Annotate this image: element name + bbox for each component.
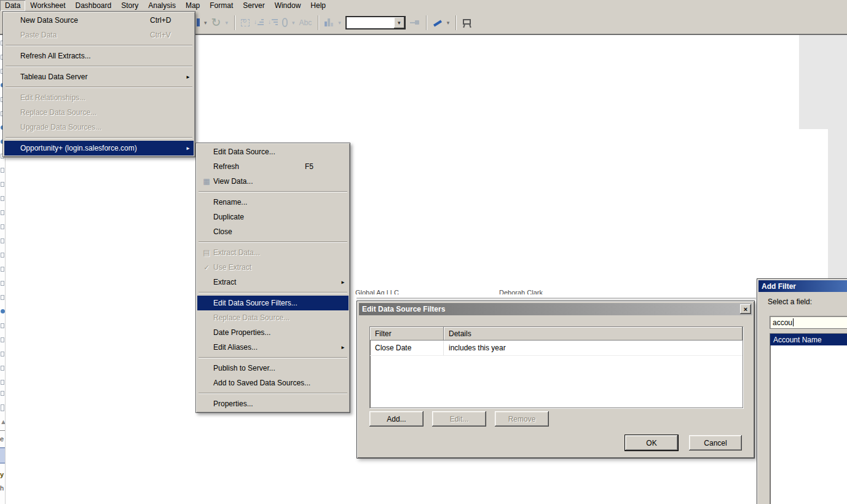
menu-window[interactable]: Window: [270, 0, 306, 11]
menu-item-replace-data-source-sub: Replace Data Source...: [197, 310, 349, 325]
menu-item-tableau-data-server[interactable]: Tableau Data Server: [4, 69, 194, 84]
paperclip-dropdown-icon[interactable]: ▾: [292, 20, 295, 26]
menu-item-view-data[interactable]: ▦ View Data...: [197, 174, 349, 189]
menu-item-replace-data-source: Replace Data Source...: [4, 105, 194, 120]
text-cursor: [793, 318, 794, 326]
chart-type-dropdown-icon[interactable]: ▾: [338, 20, 341, 26]
menu-story[interactable]: Story: [116, 0, 143, 11]
field-icon: [1, 323, 4, 328]
menu-item-duplicate[interactable]: Duplicate: [197, 210, 349, 224]
submenu-arrow-icon: [183, 146, 191, 151]
menu-server[interactable]: Server: [238, 0, 269, 11]
field-icon: [1, 295, 4, 300]
menu-help[interactable]: Help: [305, 0, 331, 11]
menu-item-upgrade-data-sources: Upgrade Data Sources...: [4, 120, 194, 135]
menu-item-use-extract: ✓ Use Extract: [197, 260, 349, 275]
menu-item-new-data-source[interactable]: New Data Source Ctrl+D: [4, 13, 194, 28]
field-icon: [1, 168, 4, 173]
menu-item-extract[interactable]: Extract: [197, 275, 349, 289]
background-gray-region: [799, 35, 847, 129]
combobox-dropdown-icon[interactable]: ▾: [394, 17, 404, 28]
menu-item-rename[interactable]: Rename...: [197, 195, 349, 210]
checkmark-icon: ✓: [200, 264, 213, 272]
menu-item-properties[interactable]: Properties...: [197, 396, 349, 411]
list-item-account-name[interactable]: Account Name: [770, 334, 847, 345]
menu-analysis[interactable]: Analysis: [143, 0, 181, 11]
edit-data-source-filters-dialog: Edit Data Source Filters × Filter Detail…: [357, 301, 755, 459]
clipped-letter: e: [0, 435, 4, 443]
clipped-glyph: ▲: [0, 418, 6, 425]
ok-button[interactable]: OK: [625, 435, 678, 451]
background-gray-strip: [828, 129, 847, 278]
dialog-title: Add Filter: [762, 282, 796, 291]
field-icon: [1, 404, 4, 411]
menu-item-opportunity-datasource[interactable]: Opportunity+ (login.salesforce.com): [4, 141, 194, 156]
menu-separator: [6, 45, 192, 45]
field-icon: [1, 210, 4, 215]
menu-item-refresh[interactable]: Refresh F5: [197, 159, 349, 174]
sort-descending-icon[interactable]: ↓: [268, 18, 278, 26]
dialog-titlebar[interactable]: Add Filter: [758, 280, 847, 292]
field-icon: [1, 253, 4, 258]
menu-item-refresh-all-extracts[interactable]: Refresh All Extracts...: [4, 49, 194, 63]
application-window: Global Aq LLC Deborah Clark ▲ e: [0, 0, 847, 504]
menu-worksheet[interactable]: Worksheet: [25, 0, 70, 11]
menu-bar: Data Worksheet Dashboard Story Analysis …: [0, 0, 847, 11]
menu-item-edit-aliases[interactable]: Edit Aliases...: [197, 340, 349, 355]
sort-ascending-icon[interactable]: ↓: [254, 18, 264, 26]
divider-fragment: [0, 430, 5, 431]
menu-item-add-to-saved-data-sources[interactable]: Add to Saved Data Sources...: [197, 376, 349, 390]
geo-field-icon: [1, 309, 5, 313]
show-labels-abc-icon[interactable]: Abc: [299, 18, 312, 27]
extract-data-icon: ▤: [200, 248, 213, 257]
column-header-filter[interactable]: Filter: [370, 327, 444, 341]
menu-data[interactable]: Data: [0, 0, 25, 11]
menu-item-date-properties[interactable]: Date Properties...: [197, 325, 349, 340]
field-search-input[interactable]: accou: [770, 316, 847, 329]
menu-separator: [199, 393, 347, 393]
table-row[interactable]: Close Date includes this year: [370, 341, 743, 356]
selected-field-fragment: [0, 447, 6, 463]
filters-table-header: Filter Details: [370, 327, 743, 341]
toolbar-separator: [426, 15, 427, 30]
toolbar-separator: [455, 15, 456, 30]
field-icon: [1, 224, 4, 229]
menu-item-extract-data: ▤ Extract Data...: [197, 245, 349, 260]
menu-item-close[interactable]: Close: [197, 224, 349, 239]
field-results-list[interactable]: Account Name: [770, 333, 847, 504]
toolbar-separator: [234, 15, 235, 30]
cancel-button[interactable]: Cancel: [689, 435, 742, 451]
dialog-titlebar[interactable]: Edit Data Source Filters ×: [359, 303, 752, 315]
menu-format[interactable]: Format: [205, 0, 238, 11]
update-filters-icon[interactable]: [241, 19, 250, 26]
fit-selector-combobox[interactable]: ▾: [345, 16, 406, 30]
highlight-pen-icon[interactable]: [433, 18, 443, 27]
menu-dashboard[interactable]: Dashboard: [71, 0, 117, 11]
field-icon: [1, 196, 4, 201]
menu-separator: [199, 191, 347, 192]
add-button[interactable]: Add...: [369, 411, 424, 427]
close-icon[interactable]: ×: [740, 304, 751, 314]
column-header-details[interactable]: Details: [444, 327, 743, 341]
menu-map[interactable]: Map: [181, 0, 205, 11]
highlight-dropdown-icon[interactable]: ▾: [447, 20, 450, 26]
field-icon: [1, 281, 4, 286]
menu-separator: [199, 242, 347, 242]
clipped-account-text: Global Aq LLC: [355, 289, 399, 294]
chevron-down-icon[interactable]: ▾: [204, 20, 207, 26]
menu-separator: [6, 66, 192, 66]
chart-type-icon[interactable]: [325, 18, 334, 26]
paperclip-icon[interactable]: [282, 18, 288, 27]
clipped-owner-text: Deborah Clark: [499, 289, 543, 294]
menu-separator: [199, 292, 347, 293]
menu-item-edit-data-source-filters[interactable]: Edit Data Source Filters...: [197, 296, 349, 310]
menu-item-edit-data-source[interactable]: Edit Data Source...: [197, 144, 349, 159]
filters-table[interactable]: Filter Details Close Date includes this …: [369, 326, 743, 408]
presentation-mode-icon[interactable]: [462, 18, 472, 27]
menu-item-publish-to-server[interactable]: Publish to Server...: [197, 361, 349, 376]
refresh-dropdown-icon[interactable]: ▾: [225, 20, 228, 26]
pin-icon[interactable]: [410, 20, 420, 25]
clipped-icon-fragment: [197, 18, 200, 26]
refresh-icon[interactable]: ↻: [211, 17, 221, 28]
field-icon: [1, 366, 4, 371]
